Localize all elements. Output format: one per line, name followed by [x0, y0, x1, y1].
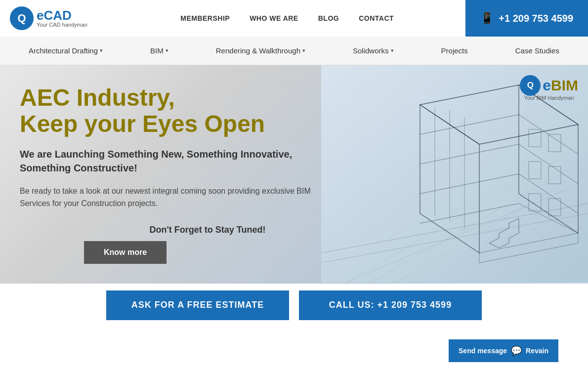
- chevron-down-icon: ▾: [302, 47, 305, 54]
- hero-body: Be ready to take a look at our newest in…: [20, 185, 316, 210]
- secondary-navigation: Architectural Drafting ▾ BIM ▾ Rendering…: [0, 37, 588, 65]
- logo-icon: Q: [10, 6, 34, 30]
- cta-buttons-section: ASK FOR A FREE ESTIMATE CALL US: +1 209 …: [0, 284, 588, 327]
- nav-item-rendering[interactable]: Rendering & Walkthrough ▾: [216, 46, 305, 55]
- chevron-down-icon: ▾: [391, 47, 394, 54]
- logo-tagline: Your CAD handyman: [37, 22, 87, 28]
- nav-item-solidworks[interactable]: Solidworks ▾: [353, 46, 394, 55]
- phone-icon: 📱: [480, 12, 494, 25]
- logo-brand: eCAD: [37, 9, 87, 22]
- hero-cta-area: Don't Forget to Stay Tuned! Know more: [20, 225, 316, 264]
- nav-item-bim[interactable]: BIM ▾: [150, 46, 168, 55]
- chevron-down-icon: ▾: [166, 47, 168, 54]
- phone-number: +1 209 753 4599: [499, 13, 573, 24]
- chevron-down-icon: ▾: [100, 47, 103, 54]
- phone-button[interactable]: 📱 +1 209 753 4599: [465, 0, 588, 37]
- hero-section: Q eBIM Your BIM Handyman AEC Industry, K…: [0, 65, 588, 284]
- estimate-button[interactable]: ASK FOR A FREE ESTIMATE: [106, 290, 289, 320]
- qebim-logo: Q eBIM Your BIM Handyman: [520, 75, 578, 101]
- qebim-tagline: Your BIM Handyman: [524, 95, 574, 101]
- nav-item-projects[interactable]: Projects: [441, 46, 468, 55]
- main-menu: MEMBERSHIP WHO WE ARE BLOG CONTACT: [109, 14, 465, 23]
- qebim-circle-icon: Q: [520, 75, 541, 96]
- nav-item-case-studies[interactable]: Case Studies: [515, 46, 559, 55]
- nav-item-membership[interactable]: MEMBERSHIP: [180, 14, 230, 23]
- top-navigation: Q eCAD Your CAD handyman MEMBERSHIP WHO …: [0, 0, 588, 37]
- nav-item-architectural[interactable]: Architectural Drafting ▾: [29, 46, 103, 55]
- nav-item-blog[interactable]: BLOG: [318, 14, 339, 23]
- nav-item-contact[interactable]: CONTACT: [359, 14, 394, 23]
- call-button[interactable]: CALL US: +1 209 753 4599: [299, 290, 482, 320]
- nav-item-who[interactable]: WHO WE ARE: [250, 14, 298, 23]
- qebim-brand-text: eBIM: [543, 77, 578, 94]
- hero-content: AEC Industry, Keep your Eyes Open We are…: [0, 65, 336, 284]
- know-more-button[interactable]: Know more: [84, 241, 167, 264]
- logo[interactable]: Q eCAD Your CAD handyman: [0, 6, 109, 30]
- hero-subtitle: We are Launching Something New, Somethin…: [20, 147, 316, 175]
- stay-tuned-text: Don't Forget to Stay Tuned!: [150, 225, 266, 235]
- hero-title: AEC Industry, Keep your Eyes Open: [20, 85, 316, 137]
